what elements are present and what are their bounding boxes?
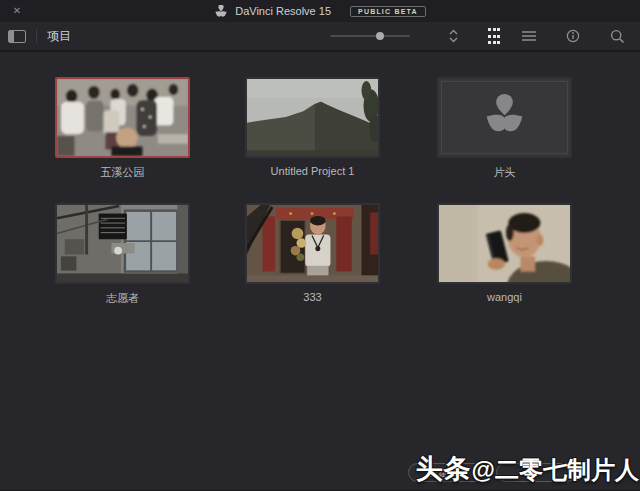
toolbar-divider [36, 29, 37, 43]
project-card[interactable]: Untitled Project 1 [245, 77, 380, 177]
grid-view-icon[interactable] [488, 27, 500, 45]
titlebar: ✕ DaVinci Resolve 15 PUBLIC BETA [0, 0, 640, 22]
project-name: 志愿者 [55, 291, 190, 306]
project-name: Untitled Project 1 [245, 165, 380, 177]
public-beta-badge: PUBLIC BETA [350, 6, 426, 17]
project-grid: 五溪公园 Untitled Project 1 [0, 52, 640, 489]
search-icon[interactable] [608, 27, 626, 45]
project-card[interactable]: wangqi [437, 203, 572, 303]
project-manager-window: ✕ DaVinci Resolve 15 PUBLIC BETA 项目 [0, 0, 640, 491]
app-title: DaVinci Resolve 15 [235, 5, 331, 17]
project-card[interactable]: 333 [245, 203, 380, 303]
toolbar: 项目 [0, 22, 640, 52]
watermark: 头条@二零七制片人 [416, 451, 639, 487]
project-thumbnail-davinci-logo-placeholder [437, 77, 572, 158]
project-thumbnail-smiling-man-with-phone [437, 203, 572, 284]
project-name: 片头 [437, 165, 572, 180]
project-card[interactable]: 片头 [437, 77, 572, 180]
sort-icon[interactable] [444, 27, 462, 45]
slider-track [330, 35, 410, 37]
project-thumbnail-person-in-doorway-red-banners [245, 203, 380, 284]
project-thumbnail-mountain-ridge [245, 77, 380, 158]
project-card[interactable]: 五溪公园 [55, 77, 190, 180]
project-name: 五溪公园 [55, 165, 190, 180]
watermark-prefix: 头条 [416, 454, 472, 484]
project-name: 333 [245, 291, 380, 303]
projects-breadcrumb-label: 项目 [47, 28, 71, 45]
project-thumbnail-old-building-windows [55, 203, 190, 284]
info-icon[interactable] [564, 27, 582, 45]
thumbnail-size-slider[interactable] [330, 29, 410, 43]
davinci-resolve-logo-icon [214, 5, 228, 18]
sidebar-toggle-icon[interactable] [8, 30, 26, 43]
list-view-icon[interactable] [520, 27, 538, 45]
watermark-suffix: @二零七制片人 [472, 456, 639, 483]
thumbnail-size-slider-knob[interactable] [376, 32, 384, 40]
close-button[interactable]: ✕ [9, 3, 25, 19]
project-card[interactable]: 志愿者 [55, 203, 190, 306]
project-name: wangqi [437, 291, 572, 303]
project-thumbnail-crowd-at-park [55, 77, 190, 158]
